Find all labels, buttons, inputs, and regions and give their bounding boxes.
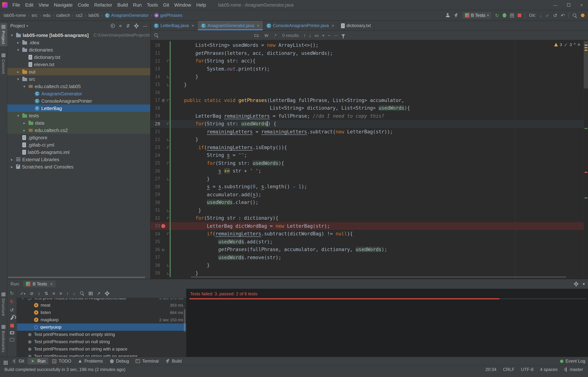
code-line-31[interactable]: 31 } — [151, 206, 583, 214]
line-separator-widget[interactable]: CRLF — [503, 367, 515, 372]
search-everywhere-icon[interactable] — [573, 13, 577, 18]
tree-arrow-icon[interactable]: ▸ — [22, 121, 27, 125]
code-line-11[interactable]: 11 getPhrases(letters, acc, dictionary, … — [151, 49, 583, 57]
caret-position-widget[interactable]: 20:34 — [485, 367, 496, 372]
tab-letterbag-java[interactable]: CLetterBag.java× — [151, 21, 198, 30]
warning-mark[interactable] — [585, 50, 588, 51]
tree-item-anagramgenerator[interactable]: CAnagramGenerator — [7, 90, 150, 97]
close-icon[interactable]: × — [332, 24, 334, 28]
gear-icon[interactable] — [574, 282, 578, 286]
code-line-33[interactable]: 33 LetterBag dictWordBag = new LetterBag… — [151, 222, 583, 230]
run-config-selector[interactable]: B Tests ▾ — [462, 12, 491, 19]
gear-icon[interactable] — [105, 291, 109, 295]
menu-refactor[interactable]: Refactor — [92, 2, 115, 8]
horizontal-scrollbar[interactable] — [8, 277, 145, 278]
menu-help[interactable]: Help — [194, 2, 209, 8]
run-tab[interactable]: B Tests × — [23, 281, 56, 287]
breadcrumb-caltech[interactable]: caltech — [56, 13, 70, 18]
menu-window[interactable]: Window — [172, 2, 194, 8]
git-history-icon[interactable]: ↺ — [553, 13, 557, 18]
notifications-icon[interactable] — [581, 13, 585, 17]
error-stripe[interactable] — [583, 40, 588, 279]
words-toggle[interactable]: W — [263, 33, 270, 38]
code-line-28[interactable]: 28 s = s.substring(0, s.length() - 1); — [151, 183, 583, 191]
tool-strip-structure[interactable]: Structure — [0, 291, 7, 318]
rerun-button[interactable]: ↻ — [495, 13, 499, 18]
toolbtn-terminal[interactable]: Terminal — [133, 358, 162, 364]
code-line-17[interactable]: 17@ public static void getPhrases(Letter… — [151, 96, 583, 104]
regex-toggle[interactable]: .* — [273, 33, 278, 38]
breadcrumb-getphrases[interactable]: mgetPhrases — [154, 13, 182, 18]
tree-arrow-icon[interactable]: ▸ — [16, 40, 21, 44]
menu-code[interactable]: Code — [75, 2, 92, 8]
test-qwertyuiop[interactable]: qwertyuiop — [17, 323, 186, 331]
tab-dictionary-txt[interactable]: dictionary.txt — [338, 21, 375, 30]
tree-arrow-icon[interactable]: ▾ — [10, 33, 14, 37]
breadcrumb-cs2[interactable]: cs2 — [76, 13, 82, 18]
fold-marker[interactable] — [166, 57, 170, 65]
warning-mark[interactable] — [585, 47, 588, 48]
test-magikarp[interactable]: ×magikarp2 sec 153 ms — [17, 316, 186, 323]
fold-marker[interactable] — [166, 136, 170, 143]
close-icon[interactable]: × — [257, 24, 259, 28]
code-line-25[interactable]: 25 for(String str: usedWords){ — [151, 159, 583, 167]
code-line-24[interactable]: 24 String s = ""; — [151, 151, 583, 159]
locate-file-icon[interactable] — [111, 24, 115, 28]
tree-arrow-icon[interactable]: ▾ — [16, 114, 21, 118]
previous-occurrence-icon[interactable]: ↑ — [304, 33, 306, 38]
indent-widget[interactable]: 4 spaces — [540, 367, 558, 372]
tool-window-switcher-icon[interactable] — [4, 361, 5, 362]
tool-strip-bookmarks[interactable]: Bookmarks — [0, 323, 7, 354]
stop-button[interactable] — [518, 13, 521, 17]
menu-edit[interactable]: Edit — [23, 2, 36, 8]
breadcrumb-edu[interactable]: edu — [43, 13, 50, 18]
change-mark[interactable] — [585, 128, 588, 129]
git-branch-widget[interactable]: master — [564, 367, 583, 372]
next-occurrence-icon[interactable]: ↓ — [309, 33, 311, 38]
adjust-icon[interactable] — [10, 316, 14, 320]
code-line-30[interactable]: 30 usedWords.clear(); — [151, 199, 583, 206]
event-log-button[interactable]: Event Log — [560, 359, 585, 364]
code-line-35[interactable]: 35 usedWords.add(str); — [151, 238, 583, 246]
tree-arrow-icon[interactable]: ▸ — [10, 157, 14, 161]
toolbtn-run[interactable]: Run — [28, 358, 48, 364]
hide-panel-icon[interactable]: ▾ — [583, 282, 585, 286]
next-failed-icon[interactable]: ↓ — [73, 291, 75, 296]
code-line-16[interactable]: 16 — [151, 88, 583, 96]
code-line-27[interactable]: 27 } — [151, 175, 583, 183]
tree-item-idea[interactable]: ▸.idea — [7, 39, 150, 46]
debug-button[interactable] — [503, 13, 506, 18]
vertical-scrollbar[interactable] — [184, 309, 185, 332]
code-line-13[interactable]: 13 System.out.print(str); — [151, 65, 583, 73]
test-test-printphrases-method-on-string-with-no-anagrams[interactable]: Test printPhrases method on string with … — [17, 353, 186, 357]
fold-marker[interactable] — [166, 143, 170, 151]
fold-marker[interactable] — [166, 159, 170, 167]
tree-item-external-libraries[interactable]: ▸External Libraries — [7, 156, 150, 163]
fold-marker[interactable] — [166, 261, 170, 269]
remove-filter-icon[interactable]: − — [328, 33, 330, 38]
code-line-26[interactable]: 26 s += str + " "; — [151, 167, 583, 175]
tree-item-consoleanagramprinter[interactable]: CConsoleAnagramPrinter — [7, 97, 150, 105]
thread-dump-icon[interactable] — [10, 331, 14, 334]
status-message[interactable]: Build completed successfully in 3 sec, 1… — [4, 367, 125, 372]
expand-all-icon[interactable]: ≡ — [119, 23, 122, 28]
tree-item-scratches-and-consoles[interactable]: ▸Scratches and Consoles — [7, 163, 150, 170]
breadcrumb-lab05[interactable]: lab05 — [88, 13, 99, 18]
menu-file[interactable]: File — [10, 2, 23, 8]
tab-consoleanagramprinter-java[interactable]: CConsoleAnagramPrinter.java× — [263, 21, 338, 30]
expand-all-icon[interactable]: ≡ — [52, 291, 55, 296]
code-line-38[interactable]: 38 } — [151, 261, 583, 269]
git-update-icon[interactable]: ↓ — [540, 13, 542, 18]
project-view-selector[interactable]: Project ▾ — [10, 23, 28, 28]
tree-item-tests[interactable]: ▾tests — [7, 112, 150, 119]
code-line-18[interactable]: 18 List<String> dictionary, List<String>… — [151, 104, 583, 112]
tree-arrow-icon[interactable]: ▸ — [10, 165, 14, 169]
more-options-icon[interactable]: ··· — [334, 33, 338, 38]
fold-marker[interactable] — [166, 206, 170, 214]
change-mark[interactable] — [585, 197, 588, 199]
menu-view[interactable]: View — [36, 2, 51, 8]
menu-git[interactable]: Git — [161, 2, 172, 8]
tool-strip-commit[interactable]: Commit — [0, 52, 7, 76]
tree-item-data[interactable]: ▸data — [7, 119, 150, 127]
code-line-39[interactable]: 39 } — [151, 269, 583, 277]
